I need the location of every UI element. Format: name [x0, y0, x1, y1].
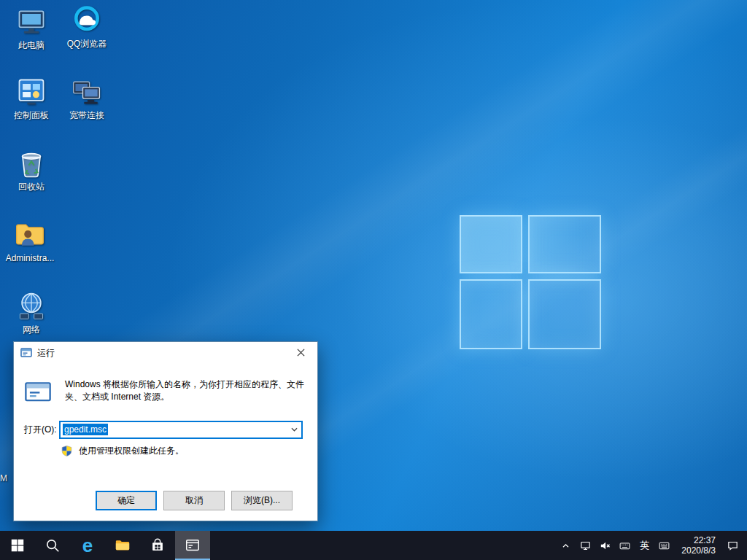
action-center-icon[interactable] [723, 531, 743, 560]
search-icon [44, 537, 61, 553]
recycle-bin-icon [15, 147, 47, 179]
desktop-icon-recycle-bin[interactable]: 回收站 [7, 147, 55, 192]
windows-logo-pane [528, 215, 601, 273]
qq-browser-icon [71, 4, 103, 36]
chevron-down-icon[interactable] [287, 422, 301, 438]
folder-icon [115, 537, 131, 553]
store-bag-icon [150, 537, 166, 553]
run-dialog-titlebar[interactable]: 运行 [14, 342, 317, 364]
keyboard-tray-icon[interactable] [615, 531, 635, 560]
volume-muted-icon[interactable] [595, 531, 615, 560]
system-tray: 英 22:37 2020/8/3 [556, 531, 747, 560]
desktop-icon-label: 控制面板 [14, 110, 49, 120]
run-dialog: 运行 Windows 将根据你所输入的名称，为你打开相应的程序、文件夹、文档或 … [13, 341, 318, 521]
taskbar: e 英 [0, 531, 747, 560]
desktop-icon-label: 宽带连接 [69, 110, 104, 120]
desktop-icon-network[interactable]: 网络 [7, 290, 55, 335]
taskbar-clock[interactable]: 22:37 2020/8/3 [674, 531, 723, 560]
desktop-icon-label: 回收站 [18, 182, 44, 192]
network-icon [15, 290, 47, 322]
desktop-icon-qq-browser[interactable]: QQ浏览器 [63, 4, 111, 49]
desktop-icon-control-panel[interactable]: 控制面板 [7, 76, 55, 120]
tray-chevron-up-icon[interactable] [556, 531, 576, 560]
run-window-icon [185, 537, 201, 553]
open-label: 打开(O): [24, 424, 59, 436]
run-command-input[interactable]: gpedit.msc [59, 421, 303, 439]
windows-logo-pane [460, 279, 522, 349]
desktop-icon-administrator[interactable]: Administra... [6, 219, 54, 263]
windows-logo-wallpaper [460, 215, 601, 349]
run-taskbar-button[interactable] [175, 531, 210, 560]
start-button[interactable] [0, 531, 35, 560]
windows-logo-icon [9, 537, 26, 553]
windows-logo-pane [528, 279, 601, 349]
admin-note-text: 使用管理权限创建此任务。 [79, 445, 184, 457]
dialog-buttons: 确定 取消 浏览(B)... [96, 491, 293, 510]
run-command-value: gpedit.msc [63, 424, 108, 435]
uac-shield-icon [61, 445, 73, 457]
run-dialog-description-row: Windows 将根据你所输入的名称，为你打开相应的程序、文件夹、文档或 Int… [24, 377, 306, 406]
edge-icon: e [82, 536, 93, 555]
run-program-icon [24, 378, 52, 406]
this-pc-icon [15, 6, 47, 38]
desktop-icon-label: 网络 [23, 324, 40, 335]
broadband-connection-icon [71, 76, 103, 108]
desktop-icon-label: 此电脑 [18, 40, 44, 50]
clock-date: 2020/8/3 [681, 545, 716, 556]
run-dialog-description: Windows 将根据你所输入的名称，为你打开相应的程序、文件夹、文档或 Int… [65, 377, 306, 406]
desktop-icon-broadband[interactable]: 宽带连接 [63, 76, 111, 120]
run-dialog-title-icon [20, 347, 32, 359]
clock-time: 22:37 [694, 535, 716, 545]
open-row: 打开(O): gpedit.msc [24, 420, 303, 439]
desktop: 此电脑 QQ浏览器 控制面板 宽带连接 回收站 Administra... [0, 0, 747, 560]
windows-logo-pane [460, 215, 522, 273]
ime-language-indicator[interactable]: 英 [635, 531, 654, 560]
network-tray-icon[interactable] [576, 531, 595, 560]
administrator-folder-icon [14, 219, 46, 251]
desktop-icon-label: QQ浏览器 [67, 39, 107, 49]
browse-button[interactable]: 浏览(B)... [231, 491, 293, 510]
file-explorer-button[interactable] [105, 531, 140, 560]
partially-hidden-icon-label: M [0, 473, 7, 483]
search-button[interactable] [35, 531, 70, 560]
admin-note-row: 使用管理权限创建此任务。 [61, 445, 184, 457]
desktop-icon-this-pc[interactable]: 此电脑 [7, 6, 55, 50]
touch-keyboard-icon[interactable] [654, 531, 674, 560]
control-panel-icon [15, 76, 47, 108]
run-dialog-title: 运行 [37, 347, 55, 359]
ok-button[interactable]: 确定 [96, 491, 157, 510]
taskbar-left: e [0, 531, 210, 560]
desktop-icon-label: Administra... [6, 253, 55, 263]
edge-browser-button[interactable]: e [70, 531, 105, 560]
cancel-button[interactable]: 取消 [163, 491, 225, 510]
store-button[interactable] [140, 531, 175, 560]
close-icon[interactable] [285, 342, 317, 363]
